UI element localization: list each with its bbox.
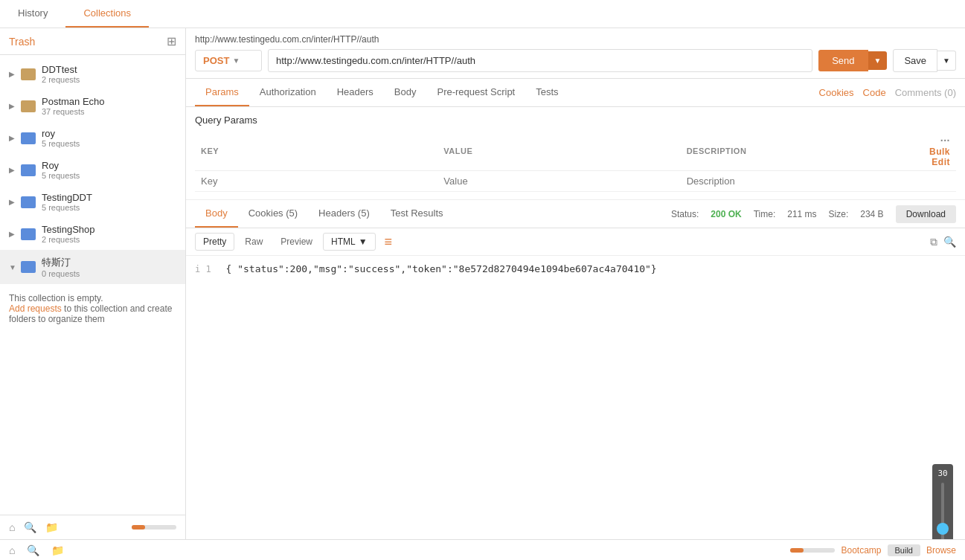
slider-value: 30	[937, 469, 947, 478]
main-layout: Trash ⊞ ▶ DDTtest 2 requests ▶ Postman E…	[0, 28, 965, 539]
send-dropdown-icon[interactable]: ▼	[868, 51, 888, 70]
sidebar-item-tesiting[interactable]: ▼ 特斯汀 0 requests	[0, 250, 185, 284]
send-button-group: Send ▼	[818, 50, 887, 71]
sidebar-item-testingddt[interactable]: ▶ TestingDDT 5 requests	[0, 186, 185, 218]
add-requests-link[interactable]: Add requests	[9, 303, 62, 314]
sidebar-item-Roy[interactable]: ▶ Roy 5 requests	[0, 154, 185, 186]
sidebar-empty-message: This collection is empty. Add requests t…	[0, 284, 185, 333]
folder-icon-postman-echo	[21, 100, 36, 112]
format-tab-pretty[interactable]: Pretty	[195, 233, 234, 251]
new-collection-icon[interactable]: ⊞	[167, 34, 176, 48]
method-arrow-icon: ▼	[232, 57, 240, 65]
slider-track[interactable]	[941, 483, 944, 539]
method-label: POST	[203, 55, 229, 66]
sidebar-item-testingshop[interactable]: ▶ TestingShop 2 requests	[0, 218, 185, 250]
col-description: DESCRIPTION	[681, 132, 923, 171]
param-key-input[interactable]	[201, 176, 432, 187]
request-tab-links: Cookies Code Comments (0)	[819, 87, 956, 98]
param-value-input[interactable]	[443, 176, 674, 187]
search-icon[interactable]: 🔍	[24, 521, 36, 533]
sidebar-header: Trash ⊞	[0, 28, 185, 55]
format-arrow-icon: ▼	[359, 236, 368, 247]
sidebar-item-postman-echo[interactable]: ▶ Postman Echo 37 requests	[0, 90, 185, 122]
search-bottom-icon[interactable]: 🔍	[27, 544, 39, 556]
bootcamp-link[interactable]: Bootcamp	[841, 545, 881, 556]
sidebar-item-ddttest[interactable]: ▶ DDTtest 2 requests	[0, 58, 185, 90]
url-input[interactable]	[268, 49, 812, 72]
tab-history[interactable]: History	[0, 0, 65, 28]
sidebar-item-text-testingddt: TestingDDT 5 requests	[42, 192, 176, 212]
download-button[interactable]: Download	[896, 205, 956, 223]
home-bottom-icon[interactable]: ⌂	[9, 544, 15, 556]
toggle-icon-postman-echo: ▶	[9, 102, 18, 110]
toggle-icon-tesiting: ▼	[9, 263, 18, 271]
save-button[interactable]: Save	[893, 49, 937, 72]
sidebar-item-name-ddttest: DDTtest	[42, 64, 176, 75]
more-options-icon[interactable]: ···	[940, 135, 950, 147]
search-body-icon[interactable]: 🔍	[943, 236, 956, 248]
sidebar-item-text-postman-echo: Postman Echo 37 requests	[42, 96, 176, 116]
tab-collections[interactable]: Collections	[65, 0, 149, 28]
folder-icon-Roy	[21, 164, 36, 176]
tab-pre-request[interactable]: Pre-request Script	[426, 79, 525, 106]
bulk-edit-button[interactable]: Bulk Edit	[929, 147, 950, 167]
comments-link[interactable]: Comments (0)	[895, 87, 956, 98]
url-title: http://www.testingedu.com.cn/inter/HTTP/…	[195, 34, 956, 45]
save-button-group: Save ▼	[893, 49, 956, 72]
wrap-icon[interactable]: ≡	[385, 234, 393, 250]
params-table: KEY VALUE DESCRIPTION ··· Bulk Edit	[195, 132, 956, 192]
send-button[interactable]: Send	[818, 50, 868, 71]
bottom-progress-fill	[790, 548, 804, 553]
folder-icon-ddttest	[21, 68, 36, 80]
bottom-progress	[790, 548, 835, 553]
folder-icon-testingshop	[21, 228, 36, 240]
sidebar-item-count-postman-echo: 37 requests	[42, 107, 176, 116]
param-row	[195, 171, 956, 192]
tab-headers[interactable]: Headers	[327, 79, 384, 106]
save-dropdown-icon[interactable]: ▼	[937, 51, 956, 71]
time-value: 211 ms	[787, 209, 816, 219]
method-select[interactable]: POST ▼	[195, 50, 262, 71]
folder-icon-roy	[21, 132, 36, 144]
format-select[interactable]: HTML ▼	[323, 233, 376, 251]
tab-params[interactable]: Params	[195, 79, 249, 106]
response-tab-test-results[interactable]: Test Results	[380, 200, 454, 228]
folder-bottom-icon[interactable]: 📁	[51, 544, 64, 556]
col-value: VALUE	[437, 132, 680, 171]
col-actions: ··· Bulk Edit	[923, 132, 956, 171]
format-tab-raw[interactable]: Raw	[237, 234, 270, 250]
sidebar-item-count-tesiting: 0 requests	[42, 269, 176, 278]
browse-link[interactable]: Browse	[926, 545, 956, 556]
build-button[interactable]: Build	[888, 544, 920, 556]
response-status: Status: 200 OK Time: 211 ms Size: 234 B …	[671, 205, 956, 223]
copy-icon[interactable]: ⧉	[930, 236, 937, 248]
content-area: http://www.testingedu.com.cn/inter/HTTP/…	[186, 28, 965, 539]
tab-body[interactable]: Body	[384, 79, 427, 106]
code-link[interactable]: Code	[863, 87, 886, 98]
folder-icon[interactable]: 📁	[45, 521, 58, 533]
sidebar-item-roy[interactable]: ▶ roy 5 requests	[0, 122, 185, 154]
url-bar-area: http://www.testingedu.com.cn/inter/HTTP/…	[186, 28, 965, 79]
response-tab-cookies[interactable]: Cookies (5)	[238, 200, 308, 228]
param-description-input[interactable]	[687, 176, 917, 187]
status-label: Status:	[671, 209, 699, 219]
response-tab-body[interactable]: Body	[195, 200, 238, 228]
sidebar-item-name-postman-echo: Postman Echo	[42, 96, 176, 107]
tab-authorization[interactable]: Authorization	[249, 79, 327, 106]
slider-widget: 30	[932, 464, 953, 539]
sidebar-item-text-testingshop: TestingShop 2 requests	[42, 224, 176, 244]
cookies-link[interactable]: Cookies	[819, 87, 854, 98]
query-params-title: Query Params	[195, 115, 956, 126]
home-icon[interactable]: ⌂	[9, 521, 15, 533]
sidebar-item-name-testingshop: TestingShop	[42, 224, 176, 235]
folder-icon-testingddt	[21, 196, 36, 208]
size-value: 234 B	[860, 209, 883, 219]
slider-thumb[interactable]	[937, 523, 949, 535]
sidebar-item-count-ddttest: 2 requests	[42, 75, 176, 84]
bottom-bar: ⌂ 🔍 📁 Bootcamp Build Browse	[0, 539, 965, 560]
format-tab-preview[interactable]: Preview	[273, 234, 320, 250]
sidebar-item-name-Roy: Roy	[42, 160, 176, 171]
sidebar-list: ▶ DDTtest 2 requests ▶ Postman Echo 37 r…	[0, 55, 185, 515]
tab-tests[interactable]: Tests	[525, 79, 568, 106]
response-tab-headers[interactable]: Headers (5)	[308, 200, 380, 228]
